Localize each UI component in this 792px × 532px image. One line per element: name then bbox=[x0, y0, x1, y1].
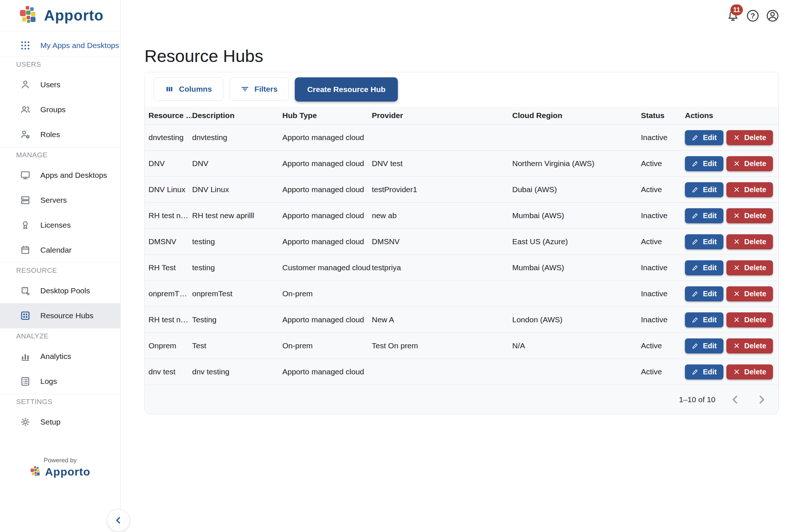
account-button[interactable] bbox=[766, 9, 780, 23]
powered-brand-name: Apporto bbox=[45, 466, 91, 478]
sidebar-item-servers[interactable]: Servers bbox=[0, 188, 120, 213]
column-header-description[interactable]: Description bbox=[192, 111, 282, 120]
delete-button[interactable]: Delete bbox=[726, 234, 773, 249]
delete-button[interactable]: Delete bbox=[726, 182, 773, 197]
edit-button[interactable]: Edit bbox=[685, 364, 723, 379]
sidebar-item-calendar[interactable]: Calendar bbox=[0, 238, 120, 263]
columns-button[interactable]: Columns bbox=[154, 77, 223, 101]
edit-button[interactable]: Edit bbox=[685, 182, 723, 197]
table-row[interactable]: RH test n… RH test new aprilll Apporto m… bbox=[145, 202, 778, 228]
resource-hubs-card: Columns Filters Create Resource Hub Reso… bbox=[144, 72, 779, 414]
column-header-status[interactable]: Status bbox=[641, 111, 685, 120]
cell-description: Testing bbox=[192, 315, 282, 324]
cell-description: DNV bbox=[192, 159, 282, 168]
sidebar-item-users[interactable]: Users bbox=[0, 72, 120, 97]
edit-button[interactable]: Edit bbox=[685, 234, 723, 249]
table-row[interactable]: onpremT… onpremTest On-prem Inactive Edi… bbox=[145, 280, 778, 307]
edit-button[interactable]: Edit bbox=[685, 312, 723, 327]
svg-text:?: ? bbox=[751, 11, 755, 20]
notifications-button[interactable]: 11 bbox=[726, 9, 740, 23]
page-title: Resource Hubs bbox=[144, 46, 792, 66]
edit-button[interactable]: Edit bbox=[685, 338, 723, 353]
sidebar-collapse-button[interactable] bbox=[107, 509, 130, 532]
cell-provider: DNV test bbox=[372, 159, 512, 168]
delete-button[interactable]: Delete bbox=[726, 338, 773, 353]
cell-resource-name: RH test n… bbox=[148, 211, 192, 220]
sidebar-item-roles[interactable]: Roles bbox=[0, 122, 120, 147]
table-row[interactable]: Onprem Test On-prem Test On prem N/A Act… bbox=[145, 333, 778, 359]
edit-button[interactable]: Edit bbox=[685, 208, 723, 223]
x-icon bbox=[733, 238, 740, 245]
sidebar-item-setup[interactable]: Setup bbox=[0, 410, 120, 434]
cell-status: Inactive bbox=[641, 263, 685, 272]
sidebar-item-resource-hubs[interactable]: Resource Hubs bbox=[0, 303, 120, 328]
brand-logo[interactable]: Apporto bbox=[0, 0, 120, 32]
delete-button[interactable]: Delete bbox=[726, 260, 773, 275]
create-resource-hub-button[interactable]: Create Resource Hub bbox=[295, 77, 398, 102]
edit-button[interactable]: Edit bbox=[685, 260, 723, 275]
license-icon bbox=[20, 220, 31, 231]
pencil-icon bbox=[692, 160, 699, 167]
cell-actions: Edit Delete bbox=[685, 286, 779, 301]
sidebar-item-apps-and-desktops[interactable]: Apps and Desktops bbox=[0, 163, 120, 188]
gear-icon bbox=[20, 417, 31, 428]
pagination-prev-button[interactable] bbox=[729, 393, 742, 406]
column-header-cloud-region[interactable]: Cloud Region bbox=[512, 111, 641, 120]
x-icon bbox=[733, 368, 740, 375]
table-body: dnvtesting dnvtesting Apporto managed cl… bbox=[145, 124, 778, 385]
table-row[interactable]: RH Test testing Customer managed cloud t… bbox=[145, 254, 778, 280]
cell-status: Active bbox=[641, 159, 685, 168]
cell-status: Active bbox=[641, 237, 685, 246]
sidebar-item-licenses[interactable]: Licenses bbox=[0, 213, 120, 238]
edit-button[interactable]: Edit bbox=[685, 130, 723, 145]
cell-description: RH test new aprilll bbox=[192, 211, 282, 220]
cell-cloud-region: Dubai (AWS) bbox=[512, 185, 641, 194]
cell-status: Inactive bbox=[641, 315, 685, 324]
cell-actions: Edit Delete bbox=[685, 234, 779, 249]
delete-button[interactable]: Delete bbox=[726, 208, 773, 223]
delete-button[interactable]: Delete bbox=[726, 312, 773, 327]
cell-description: Test bbox=[192, 341, 282, 350]
cell-description: dnvtesting bbox=[192, 133, 282, 142]
cell-resource-name: RH Test bbox=[148, 263, 192, 272]
pencil-icon bbox=[692, 290, 699, 297]
pencil-icon bbox=[692, 316, 699, 323]
sidebar-section-title-resource: RESOURCE bbox=[0, 263, 120, 278]
column-header-provider[interactable]: Provider bbox=[372, 111, 512, 120]
filter-icon bbox=[241, 85, 249, 93]
table-row[interactable]: RH test n… Testing Apporto managed cloud… bbox=[145, 307, 778, 333]
table-row[interactable]: dnvtesting dnvtesting Apporto managed cl… bbox=[145, 124, 778, 150]
filters-button[interactable]: Filters bbox=[229, 77, 289, 101]
delete-button[interactable]: Delete bbox=[726, 130, 773, 145]
analytics-icon bbox=[20, 351, 31, 362]
column-header-hub-type[interactable]: Hub Type bbox=[282, 111, 372, 120]
sidebar-item-groups[interactable]: Groups bbox=[0, 97, 120, 122]
column-header-actions[interactable]: Actions bbox=[685, 111, 779, 120]
columns-icon bbox=[165, 85, 174, 93]
sidebar-section-title-manage: MANAGE bbox=[0, 147, 120, 163]
sidebar-item-analytics[interactable]: Analytics bbox=[0, 344, 120, 369]
help-button[interactable]: ? bbox=[746, 9, 760, 23]
delete-button[interactable]: Delete bbox=[726, 156, 773, 171]
sidebar-item-logs[interactable]: Logs bbox=[0, 369, 120, 394]
pencil-icon bbox=[692, 264, 699, 271]
cell-actions: Edit Delete bbox=[685, 338, 779, 353]
desktop-pools-icon bbox=[20, 285, 31, 296]
pagination-next-button[interactable] bbox=[755, 393, 768, 406]
cell-cloud-region: Mumbai (AWS) bbox=[512, 263, 641, 272]
powered-by-label: Powered by bbox=[0, 457, 120, 464]
delete-button[interactable]: Delete bbox=[726, 286, 773, 301]
table-row[interactable]: DNV DNV Apporto managed cloud DNV test N… bbox=[145, 150, 778, 176]
edit-button[interactable]: Edit bbox=[685, 156, 723, 171]
edit-button[interactable]: Edit bbox=[685, 286, 723, 301]
cell-actions: Edit Delete bbox=[685, 182, 779, 197]
table-row[interactable]: DMSNV testing Apporto managed cloud DMSN… bbox=[145, 228, 778, 254]
column-header-resource[interactable]: Resource … bbox=[148, 111, 192, 120]
sidebar-item-desktop-pools[interactable]: Desktop Pools bbox=[0, 278, 120, 303]
cell-actions: Edit Delete bbox=[685, 156, 779, 171]
delete-button[interactable]: Delete bbox=[726, 364, 773, 379]
table-row[interactable]: dnv test dnv testing Apporto managed clo… bbox=[145, 359, 778, 385]
server-icon bbox=[20, 195, 31, 206]
table-row[interactable]: DNV Linux DNV Linux Apporto managed clou… bbox=[145, 176, 778, 202]
sidebar-item-my-apps-and-desktops[interactable]: My Apps and Desktops bbox=[0, 34, 120, 56]
